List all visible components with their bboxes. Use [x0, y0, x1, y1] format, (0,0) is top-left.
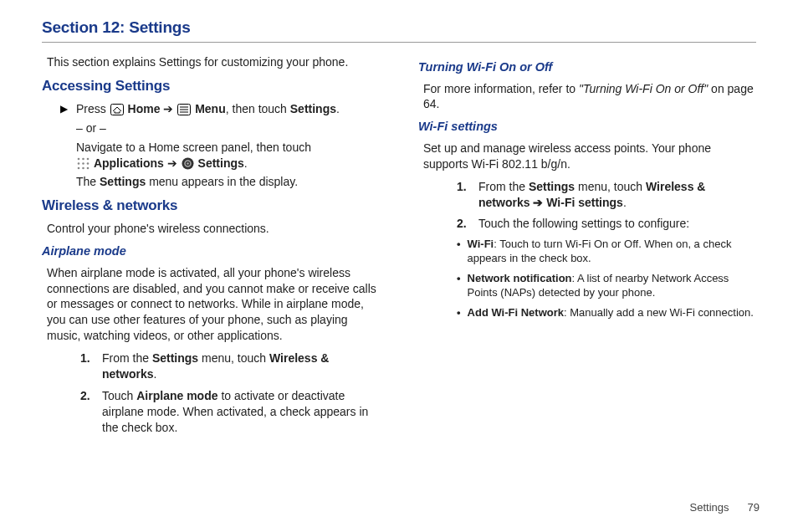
- text: .: [244, 156, 248, 170]
- svg-point-8: [78, 162, 80, 165]
- svg-point-11: [78, 166, 80, 169]
- arrow: ➔: [160, 102, 176, 115]
- wifi-steps-list: 1. From the Settings menu, touch Wireles…: [457, 179, 756, 233]
- instruction-step: ▶ Press Home ➔ Menu, then touch Settings…: [60, 101, 380, 193]
- applications-icon: [77, 157, 90, 170]
- text: The: [76, 175, 100, 188]
- text: From the: [102, 351, 152, 365]
- text: Touch the following settings to configur…: [478, 217, 689, 230]
- text: Settings: [152, 351, 198, 365]
- step-number: 1.: [80, 350, 94, 366]
- text: .: [153, 367, 156, 381]
- settings-label: Settings: [100, 175, 146, 188]
- applications-label: Applications: [94, 156, 164, 170]
- option-name: Wi-Fi: [468, 238, 494, 250]
- footer-section-label: Settings: [690, 501, 729, 514]
- heading-airplane-mode: Airplane mode: [42, 243, 380, 260]
- text: menu appears in the display.: [146, 175, 298, 188]
- heading-turning-wifi: Turning Wi-Fi On or Off: [418, 59, 756, 76]
- svg-point-10: [87, 162, 90, 165]
- cross-reference: "Turning Wi-Fi On or Off": [579, 82, 708, 95]
- airplane-steps-list: 1. From the Settings menu, touch Wireles…: [80, 350, 380, 435]
- text: Settings: [529, 180, 575, 193]
- airplane-description: When airplane mode is activated, all you…: [47, 265, 380, 344]
- settings-gear-icon: [182, 157, 194, 170]
- turning-wifi-text: For more information, refer to "Turning …: [423, 81, 756, 113]
- svg-point-13: [87, 166, 90, 169]
- option-name: Add Wi-Fi Network: [468, 306, 564, 319]
- svg-point-5: [78, 157, 80, 160]
- step-number: 2.: [457, 216, 470, 232]
- menu-icon: [177, 104, 191, 115]
- svg-point-9: [82, 162, 84, 165]
- arrow: ➔: [164, 156, 181, 170]
- right-column: Turning Wi-Fi On or Off For more informa…: [418, 54, 756, 442]
- svg-point-7: [87, 157, 90, 160]
- bullet-icon: •: [457, 238, 461, 266]
- text: Airplane mode: [136, 389, 217, 402]
- heading-wifi-settings: Wi-Fi settings: [418, 119, 756, 136]
- text: , then touch: [226, 102, 290, 115]
- text: .: [336, 102, 340, 115]
- left-column: This section explains Settings for custo…: [42, 54, 380, 442]
- heading-wireless-networks: Wireless & networks: [42, 197, 380, 216]
- text: Press: [76, 102, 110, 115]
- text: menu, touch: [198, 351, 269, 365]
- svg-point-16: [187, 162, 189, 165]
- settings-label: Settings: [198, 156, 244, 170]
- list-item: • Add Wi-Fi Network: Manually add a new …: [457, 306, 756, 320]
- section-title: Section 12: Settings: [42, 18, 756, 37]
- wifi-settings-intro: Set up and manage wireless access points…: [423, 141, 756, 172]
- settings-label: Settings: [290, 102, 336, 115]
- list-item: 2. Touch the following settings to confi…: [457, 216, 756, 232]
- wifi-options-list: • Wi-Fi: Touch to turn Wi-Fi On or Off. …: [457, 238, 756, 320]
- heading-accessing-settings: Accessing Settings: [42, 77, 380, 96]
- wireless-intro: Control your phone's wireless connection…: [47, 221, 380, 237]
- text: Touch: [102, 389, 136, 402]
- text: menu, touch: [575, 180, 646, 193]
- text: .: [623, 196, 627, 209]
- home-icon: [110, 104, 124, 115]
- option-name: Network notification: [468, 272, 572, 284]
- list-item: 1. From the Settings menu, touch Wireles…: [457, 179, 756, 211]
- option-desc: : Manually add a new Wi-Fi connection.: [564, 306, 754, 319]
- triangle-bullet-icon: ▶: [60, 101, 68, 116]
- option-desc: : Touch to turn Wi-Fi On or Off. When on…: [468, 238, 732, 264]
- intro-text: This section explains Settings for custo…: [47, 54, 380, 70]
- home-label: Home: [128, 102, 161, 115]
- list-item: • Wi-Fi: Touch to turn Wi-Fi On or Off. …: [457, 238, 756, 266]
- svg-point-12: [82, 166, 84, 169]
- text: For more information, refer to: [423, 82, 579, 95]
- bullet-icon: •: [457, 272, 461, 300]
- menu-label: Menu: [195, 102, 226, 115]
- bullet-icon: •: [457, 306, 461, 320]
- step-number: 2.: [80, 388, 94, 404]
- divider: [42, 42, 756, 43]
- or-separator: – or –: [76, 120, 380, 136]
- list-item: • Network notification: A list of nearby…: [457, 272, 756, 300]
- list-item: 2. Touch Airplane mode to activate or de…: [80, 388, 380, 436]
- text: Navigate to a Home screen panel, then to…: [76, 141, 311, 154]
- list-item: 1. From the Settings menu, touch Wireles…: [80, 350, 380, 382]
- text: From the: [478, 180, 529, 193]
- page-number: 79: [748, 501, 760, 514]
- step-number: 1.: [457, 179, 470, 195]
- svg-point-6: [82, 157, 84, 160]
- page-footer: Settings79: [690, 501, 760, 514]
- svg-rect-0: [110, 104, 123, 115]
